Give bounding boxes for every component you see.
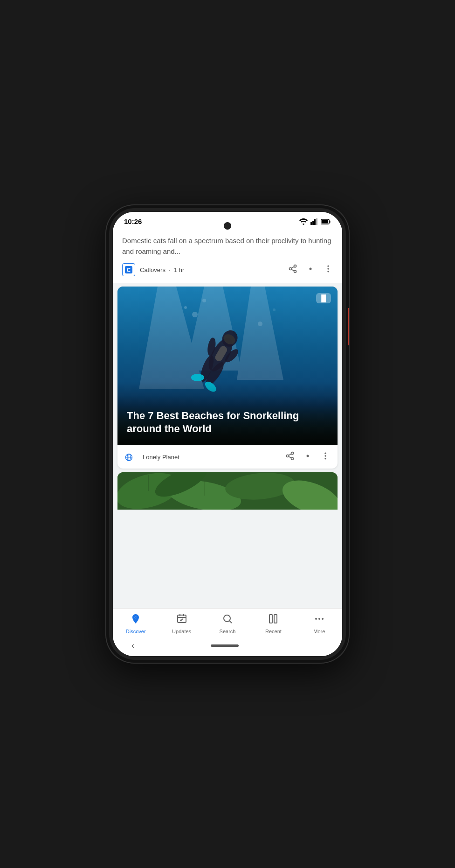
more-icon [314, 613, 325, 627]
svg-rect-62 [178, 615, 186, 623]
svg-line-45 [289, 456, 291, 458]
battery-icon [321, 219, 331, 224]
svg-rect-2 [314, 219, 316, 225]
svg-text:C: C [127, 267, 131, 273]
share-icon[interactable] [288, 264, 297, 276]
status-icons [299, 218, 331, 225]
svg-rect-69 [274, 615, 277, 623]
leaf-image [117, 472, 338, 510]
article-dot-icon[interactable] [303, 451, 312, 463]
svg-point-15 [327, 265, 329, 266]
search-label: Search [220, 629, 236, 634]
svg-rect-3 [316, 218, 317, 225]
more-label: More [313, 629, 325, 634]
svg-point-71 [318, 618, 320, 620]
catlovers-logo: C [124, 265, 133, 274]
article-image: ▐▌ The 7 Best Beaches for Snorkelling ar… [117, 287, 338, 445]
screen: 10:26 [113, 212, 342, 656]
discover-icon [130, 613, 141, 627]
svg-line-13 [291, 266, 294, 268]
svg-point-49 [324, 455, 326, 456]
nav-updates[interactable]: Updates [159, 613, 204, 634]
svg-point-42 [291, 452, 294, 455]
nav-recent[interactable]: Recent [250, 613, 296, 634]
partial-image [117, 472, 338, 510]
nav-discover[interactable]: Discover [113, 613, 159, 634]
content-area: Domestic cats fall on a spectrum based o… [113, 228, 342, 608]
svg-point-16 [327, 268, 329, 269]
svg-point-43 [287, 455, 289, 457]
updates-label: Updates [172, 629, 191, 634]
svg-point-48 [324, 453, 326, 454]
svg-point-14 [310, 267, 312, 270]
card-source: C Catlovers · 1 hr [122, 263, 184, 276]
recent-icon [268, 613, 279, 627]
article-footer: Lonely Planet [117, 445, 338, 469]
svg-point-17 [327, 271, 329, 272]
catlovers-icon: C [122, 263, 135, 276]
bookmark-badge[interactable]: ▐▌ [316, 293, 331, 303]
svg-point-70 [315, 618, 317, 620]
dot-icon[interactable] [306, 264, 315, 276]
search-icon [222, 613, 233, 627]
source-name: Catlovers · 1 hr [140, 266, 184, 273]
article-title: The 7 Best Beaches for Snorkelling aroun… [127, 409, 328, 436]
wifi-icon [299, 218, 308, 225]
home-indicator: ‹ [113, 637, 342, 656]
svg-line-12 [291, 269, 294, 271]
nav-more[interactable]: More [296, 613, 342, 634]
svg-rect-68 [269, 615, 272, 623]
partial-card[interactable] [117, 472, 338, 510]
article-title-overlay: The 7 Best Beaches for Snorkelling aroun… [117, 395, 338, 445]
svg-rect-1 [312, 221, 314, 225]
svg-rect-5 [330, 220, 331, 223]
back-arrow[interactable]: ‹ [131, 641, 134, 651]
signal-icon [310, 218, 318, 225]
svg-point-10 [290, 267, 292, 270]
svg-point-9 [294, 265, 296, 267]
status-time: 10:26 [124, 217, 142, 225]
card-actions [288, 264, 333, 276]
article-card-actions [285, 451, 330, 463]
snorkelling-card[interactable]: ▐▌ The 7 Best Beaches for Snorkelling ar… [117, 287, 338, 469]
svg-point-11 [294, 270, 296, 273]
home-pill[interactable] [211, 644, 239, 647]
svg-rect-0 [310, 222, 312, 225]
svg-point-44 [291, 457, 294, 460]
volume-button[interactable] [348, 308, 349, 345]
svg-line-46 [289, 454, 291, 455]
discover-label: Discover [126, 629, 146, 634]
svg-line-67 [230, 621, 232, 623]
more-options-icon[interactable] [324, 264, 333, 276]
camera-notch [224, 222, 231, 230]
card-description: Domestic cats fall on a spectrum based o… [122, 236, 333, 257]
svg-point-72 [322, 618, 324, 620]
updates-icon [176, 613, 187, 627]
svg-point-50 [324, 458, 326, 459]
svg-point-47 [307, 455, 309, 457]
nav-search[interactable]: Search [205, 613, 250, 634]
bookmark-icon: ▐▌ [319, 294, 328, 302]
lonely-planet-logo [125, 453, 138, 462]
svg-point-66 [224, 615, 230, 622]
recent-label: Recent [265, 629, 282, 634]
lonely-planet-name: Lonely Planet [143, 454, 179, 461]
article-share-icon[interactable] [285, 451, 295, 463]
article-source: Lonely Planet [125, 453, 179, 462]
bottom-nav: Discover Updates [113, 608, 342, 637]
phone-shell: 10:26 [106, 205, 349, 663]
catlovers-card[interactable]: Domestic cats fall on a spectrum based o… [113, 228, 342, 283]
card-meta: C Catlovers · 1 hr [122, 263, 333, 276]
article-more-icon[interactable] [321, 451, 330, 463]
svg-rect-6 [322, 220, 328, 223]
